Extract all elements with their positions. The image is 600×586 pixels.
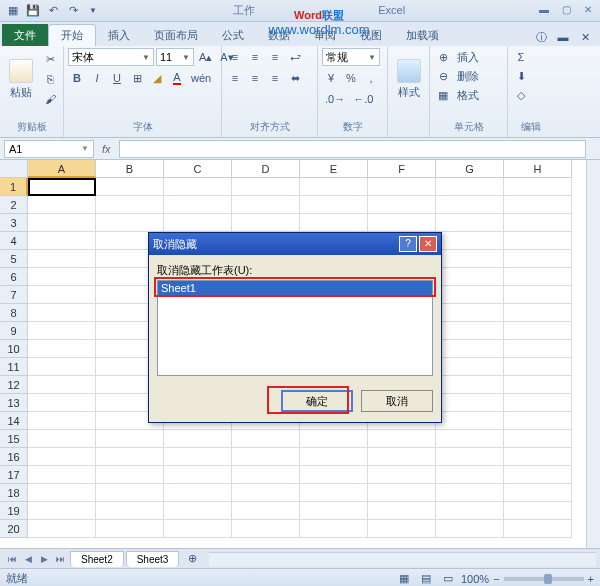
- paste-button[interactable]: 粘贴: [4, 48, 38, 110]
- row-header[interactable]: 16: [0, 448, 28, 466]
- cell[interactable]: [368, 448, 436, 466]
- cell[interactable]: [504, 178, 572, 196]
- row-header[interactable]: 13: [0, 394, 28, 412]
- file-tab[interactable]: 文件: [2, 24, 48, 46]
- cell[interactable]: [436, 376, 504, 394]
- cell[interactable]: [504, 502, 572, 520]
- comma-icon[interactable]: ,: [362, 69, 380, 87]
- excel-icon[interactable]: ▦: [4, 2, 22, 20]
- cell[interactable]: [28, 196, 96, 214]
- row-header[interactable]: 14: [0, 412, 28, 430]
- col-header[interactable]: H: [504, 160, 572, 178]
- cell[interactable]: [504, 214, 572, 232]
- cell[interactable]: [164, 430, 232, 448]
- dialog-close-icon[interactable]: ✕: [419, 236, 437, 252]
- cell[interactable]: [232, 178, 300, 196]
- cell[interactable]: [436, 196, 504, 214]
- font-size-combo[interactable]: 11▼: [156, 48, 194, 66]
- row-header[interactable]: 6: [0, 268, 28, 286]
- cell[interactable]: [28, 322, 96, 340]
- cell[interactable]: [300, 520, 368, 538]
- cell[interactable]: [436, 466, 504, 484]
- minimize-icon[interactable]: ▬: [536, 4, 552, 18]
- align-right-icon[interactable]: ≡: [266, 69, 284, 87]
- cell[interactable]: [164, 502, 232, 520]
- row-header[interactable]: 18: [0, 484, 28, 502]
- cell[interactable]: [368, 520, 436, 538]
- cell[interactable]: [96, 214, 164, 232]
- sheet-tab[interactable]: Sheet3: [126, 551, 180, 567]
- cell[interactable]: [436, 268, 504, 286]
- cell[interactable]: [232, 214, 300, 232]
- tab-formulas[interactable]: 公式: [210, 24, 256, 46]
- cell[interactable]: [504, 232, 572, 250]
- cell[interactable]: [368, 196, 436, 214]
- cell[interactable]: [300, 484, 368, 502]
- cell[interactable]: [504, 304, 572, 322]
- cell[interactable]: [232, 520, 300, 538]
- new-sheet-icon[interactable]: ⊕: [183, 550, 201, 568]
- cell[interactable]: [28, 376, 96, 394]
- cell[interactable]: [436, 322, 504, 340]
- cell[interactable]: [368, 430, 436, 448]
- tab-view[interactable]: 视图: [348, 24, 394, 46]
- cell[interactable]: [232, 466, 300, 484]
- cell[interactable]: [164, 466, 232, 484]
- col-header[interactable]: A: [28, 160, 96, 178]
- formula-bar[interactable]: [119, 140, 586, 158]
- undo-icon[interactable]: ↶: [44, 2, 62, 20]
- tab-data[interactable]: 数据: [256, 24, 302, 46]
- cell[interactable]: [164, 448, 232, 466]
- row-header[interactable]: 3: [0, 214, 28, 232]
- zoom-slider[interactable]: [504, 577, 584, 581]
- fx-icon[interactable]: fx: [102, 143, 111, 155]
- cell[interactable]: [504, 268, 572, 286]
- col-header[interactable]: D: [232, 160, 300, 178]
- cell[interactable]: [300, 196, 368, 214]
- fill-color-icon[interactable]: ◢: [148, 69, 166, 87]
- cell[interactable]: [28, 304, 96, 322]
- cell[interactable]: [436, 286, 504, 304]
- cell[interactable]: [28, 502, 96, 520]
- cell[interactable]: [28, 466, 96, 484]
- cell[interactable]: [164, 484, 232, 502]
- sheet-nav[interactable]: ⏮◀▶⏭: [4, 554, 68, 564]
- cell[interactable]: [504, 286, 572, 304]
- cell[interactable]: [28, 412, 96, 430]
- help-icon[interactable]: ⓘ: [532, 28, 550, 46]
- maximize-icon[interactable]: ▢: [558, 4, 574, 18]
- cell[interactable]: [28, 250, 96, 268]
- cell[interactable]: [164, 196, 232, 214]
- ribbon-min-icon[interactable]: ▬: [554, 28, 572, 46]
- cell[interactable]: [504, 484, 572, 502]
- cell[interactable]: [436, 250, 504, 268]
- format-button[interactable]: 格式: [454, 86, 482, 104]
- copy-icon[interactable]: ⎘: [41, 70, 59, 88]
- cell[interactable]: [436, 448, 504, 466]
- tab-layout[interactable]: 页面布局: [142, 24, 210, 46]
- cell[interactable]: [96, 520, 164, 538]
- cell[interactable]: [96, 466, 164, 484]
- autosum-icon[interactable]: Σ: [512, 48, 530, 66]
- cell[interactable]: [504, 520, 572, 538]
- row-header[interactable]: 2: [0, 196, 28, 214]
- cell[interactable]: [436, 412, 504, 430]
- format-cells-icon[interactable]: ▦: [434, 86, 452, 104]
- cell[interactable]: [28, 214, 96, 232]
- cell[interactable]: [96, 484, 164, 502]
- view-break-icon[interactable]: ▭: [439, 570, 457, 587]
- cell[interactable]: [368, 214, 436, 232]
- select-all-corner[interactable]: [0, 160, 28, 178]
- cell[interactable]: [300, 178, 368, 196]
- align-left-icon[interactable]: ≡: [226, 69, 244, 87]
- wrap-icon[interactable]: ⮐: [286, 48, 304, 66]
- row-header[interactable]: 19: [0, 502, 28, 520]
- merge-icon[interactable]: ⬌: [286, 69, 304, 87]
- delete-button[interactable]: 删除: [454, 67, 482, 85]
- view-normal-icon[interactable]: ▦: [395, 570, 413, 587]
- cell[interactable]: [28, 394, 96, 412]
- cell[interactable]: [28, 340, 96, 358]
- cell[interactable]: [232, 484, 300, 502]
- unhide-listbox[interactable]: Sheet1: [157, 280, 433, 376]
- border-icon[interactable]: ⊞: [128, 69, 146, 87]
